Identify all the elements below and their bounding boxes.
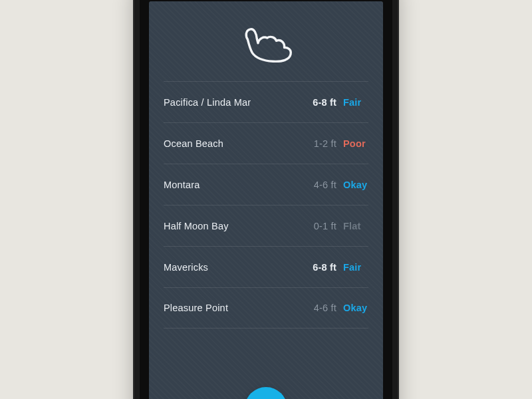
spot-name: Pleasure Point <box>164 303 314 313</box>
condition-badge: Fair <box>343 262 368 273</box>
spot-row[interactable]: Half Moon Bay0-1 ftFlat <box>164 205 368 246</box>
wave-height: 0-1 ft <box>314 221 336 231</box>
spot-row[interactable]: Pacifica / Linda Mar6-8 ftFair <box>164 81 368 122</box>
wave-height: 4-6 ft <box>314 303 336 313</box>
phone-frame: Pacifica / Linda Mar6-8 ftFairOcean Beac… <box>133 0 399 399</box>
spot-list: Pacifica / Linda Mar6-8 ftFairOcean Beac… <box>149 81 383 399</box>
condition-badge: Fair <box>343 97 368 108</box>
spot-row[interactable]: Ocean Beach1-2 ftPoor <box>164 122 368 164</box>
app-screen: Pacifica / Linda Mar6-8 ftFairOcean Beac… <box>149 1 383 399</box>
condition-badge: Okay <box>343 303 368 313</box>
wave-height: 6-8 ft <box>313 97 336 108</box>
spot-name: Pacifica / Linda Mar <box>164 97 313 108</box>
condition-badge: Okay <box>343 180 368 190</box>
spot-row[interactable]: Mavericks6-8 ftFair <box>164 246 368 287</box>
app-logo <box>149 1 383 81</box>
spot-row[interactable]: Pleasure Point4-6 ftOkay <box>164 287 368 329</box>
wave-height: 4-6 ft <box>314 180 336 190</box>
spot-row[interactable]: Montara4-6 ftOkay <box>164 164 368 205</box>
spot-name: Montara <box>164 180 314 190</box>
condition-badge: Poor <box>343 138 368 149</box>
spot-name: Half Moon Bay <box>164 221 314 231</box>
spot-name: Mavericks <box>164 262 313 273</box>
spot-name: Ocean Beach <box>164 138 314 149</box>
wave-height: 1-2 ft <box>314 138 336 149</box>
condition-badge: Flat <box>343 221 368 231</box>
phone-bezel: Pacifica / Linda Mar6-8 ftFairOcean Beac… <box>140 0 392 399</box>
wave-height: 6-8 ft <box>313 262 336 273</box>
shaka-icon <box>237 20 295 66</box>
